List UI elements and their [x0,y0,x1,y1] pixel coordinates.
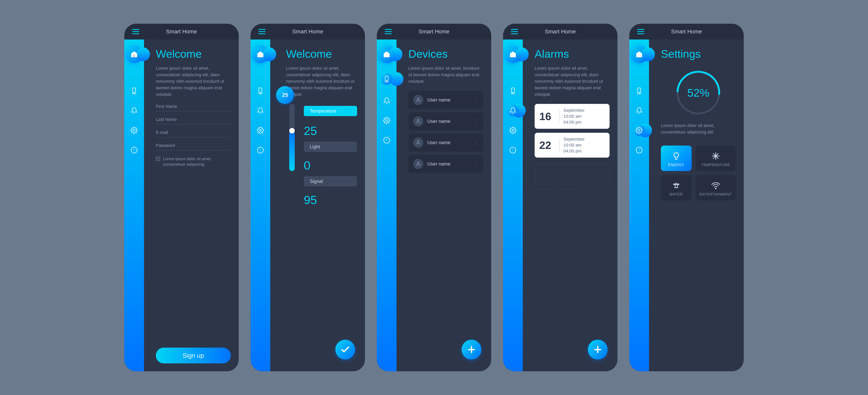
avatar-1 [413,116,423,126]
percent-ring: 52% [675,69,722,116]
nav-phone-3-active[interactable] [377,69,397,89]
nav-bell-1[interactable] [131,101,138,120]
fab-add-4[interactable] [588,340,608,360]
percent-ring-container: 52% [661,69,736,116]
slider-knob[interactable]: 25 [276,86,294,104]
top-bar-2: Smart Home [251,24,365,39]
nav-info-5[interactable] [633,140,645,160]
home-button-2[interactable] [251,46,269,63]
alarm-time2-1: 04:00 pm [563,148,585,154]
tile-entertainment[interactable]: ENTERTAINMENT [695,175,736,200]
nav-bell-2[interactable] [257,101,264,120]
avatar-0 [413,95,423,105]
dots-menu-1[interactable]: ⋮ [473,118,478,124]
slider-fill [289,131,295,171]
content-3: Devices Lorem ipsum dolor sit amet, tinc… [397,39,491,371]
nav-bell-4-active[interactable] [507,101,519,120]
field-password: Password [156,143,231,150]
sidebar-home-5 [629,39,649,69]
dots-menu-2[interactable]: ⋮ [473,139,478,146]
nav-info-3[interactable] [383,130,390,150]
top-bar-1: Smart Home [124,24,239,39]
nav-3 [383,89,390,371]
alarm-time1-0: 10:00 am [563,114,585,119]
svg-point-13 [386,81,387,81]
hamburger-icon[interactable] [132,29,139,34]
nav-gear-2[interactable] [257,120,264,140]
slider-thumb[interactable] [289,128,295,134]
light-value: 0 [304,159,357,172]
svg-point-1 [134,92,134,93]
temp-tab[interactable]: Temperature [304,106,357,116]
nav-phone-2[interactable] [257,81,264,101]
check-fab-2[interactable] [335,340,355,360]
home-button-3[interactable] [378,46,396,63]
svg-point-34 [639,130,640,131]
main-layout-3: Devices Lorem ipsum dolor sit amet, tinc… [377,39,491,371]
wifi-icon [711,181,720,190]
light-tab[interactable]: Light [304,142,357,152]
nav-phone-1[interactable] [131,81,138,101]
content-1: Welcome Lorem ipsum dolor sit amet, cons… [144,39,239,371]
svg-point-26 [512,130,514,131]
alarm-month-0: September [563,108,585,113]
signup-button[interactable]: Sign up [156,347,231,363]
dots-menu-3[interactable]: ⋮ [473,161,478,167]
alarm-empty-box [535,164,610,189]
checkbox[interactable] [156,157,160,161]
hamburger-icon-4[interactable] [511,29,518,34]
tile-entertainment-label: ENTERTAINMENT [700,192,732,197]
nav-5 [633,69,645,371]
nav-bell-3[interactable] [383,91,390,111]
home-button-4[interactable] [504,46,522,63]
home-button-1[interactable] [125,46,143,63]
tile-water[interactable]: WATER [661,175,692,200]
dots-menu-0[interactable]: ⋮ [473,97,478,103]
nav-gear-4[interactable] [507,120,519,140]
hamburger-icon-5[interactable] [637,29,644,34]
section-title-1: Welcome [156,48,231,60]
nav-gear-3[interactable] [383,111,390,130]
nav-gear-5-active[interactable] [633,120,645,140]
main-layout-4: Alarms Lorem ipsum dolor sit amet, conse… [503,39,617,371]
field-firstname-label: First Name [156,104,231,109]
lorem-1: Lorem ipsum dolor sit amet, consectetuer… [156,65,231,97]
home-button-5[interactable] [630,46,648,63]
alarm-date-1: 22 [539,140,555,150]
hamburger-icon-2[interactable] [258,29,266,34]
nav-phone-4[interactable] [507,81,519,101]
device-name-3: User name [427,161,469,167]
percent-value: 52% [687,86,709,99]
signal-tab[interactable]: Signal [304,176,357,187]
top-bar-title-5: Smart Home [671,28,702,35]
nav-bell-5[interactable] [633,101,645,120]
svg-point-8 [259,130,261,131]
sidebar-home-3 [377,39,397,69]
avatar-3 [413,159,423,169]
nav-info-4[interactable] [507,140,519,160]
fab-add-3[interactable] [462,340,482,360]
nav-gear-1[interactable] [131,120,138,140]
sidebar-home-1 [124,39,144,69]
home-icon-4 [509,50,517,58]
screen-temperature: Smart Home [251,24,365,371]
tile-energy[interactable]: ENERGY [661,146,692,171]
top-bar-5: Smart Home [629,24,744,39]
nav-phone-5[interactable] [633,81,645,101]
nav-info-1[interactable] [131,140,138,160]
svg-point-19 [417,119,419,121]
home-icon-3 [383,50,391,58]
lorem-4: Lorem ipsum dolor sit amet, consectetuer… [535,65,610,97]
alarm-card-1: 22 September 10:00 am 04:00 pm [535,133,610,158]
nav-1 [131,69,138,371]
hamburger-icon-3[interactable] [385,29,392,34]
svg-point-14 [386,120,388,121]
nav-4 [507,69,519,371]
svg-point-7 [260,92,261,93]
tile-energy-label: ENERGY [668,163,684,167]
alarm-info-0: September 10:00 am 04:00 pm [563,108,585,125]
alarm-divider-1 [559,138,559,152]
nav-info-2[interactable] [257,140,264,160]
svg-point-21 [417,162,419,164]
tile-temperature[interactable]: TEMPERATURE [695,146,736,171]
